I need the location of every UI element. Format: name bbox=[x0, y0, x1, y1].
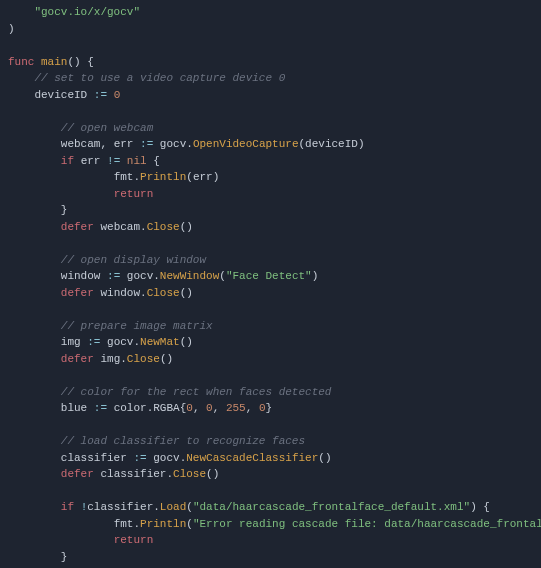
code-block: "gocv.io/x/gocv" ) func main() { // set … bbox=[0, 0, 541, 568]
op-assign2: := bbox=[140, 138, 153, 150]
pkg-fmt: fmt bbox=[114, 171, 134, 183]
pkg-gocv4: gocv bbox=[153, 452, 179, 464]
op-assign6: := bbox=[133, 452, 146, 464]
arg-deviceID: deviceID bbox=[305, 138, 358, 150]
str-errcascade: "Error reading cascade file: data/haarca… bbox=[193, 518, 541, 530]
comment-color-rect: // color for the rect when faces detecte… bbox=[61, 386, 332, 398]
fn-close2: Close bbox=[147, 287, 180, 299]
func-keyword: func bbox=[8, 56, 34, 68]
ident-blue: blue bbox=[61, 402, 87, 414]
ident-img: img bbox=[61, 336, 81, 348]
op-assign3: := bbox=[107, 270, 120, 282]
kw-defer2: defer bbox=[61, 287, 94, 299]
pkg-fmt2: fmt bbox=[114, 518, 134, 530]
fn-load: Load bbox=[160, 501, 186, 513]
fn-newwindow: NewWindow bbox=[160, 270, 219, 282]
fn-newmat: NewMat bbox=[140, 336, 180, 348]
ident-classifier3: classifier bbox=[87, 501, 153, 513]
comment-load-classifier: // load classifier to recognize faces bbox=[61, 435, 305, 447]
op-assign4: := bbox=[87, 336, 100, 348]
fn-newcascade: NewCascadeClassifier bbox=[186, 452, 318, 464]
comment-open-webcam: // open webcam bbox=[61, 122, 153, 134]
ident-webcam2: webcam bbox=[100, 221, 140, 233]
op-assign5: := bbox=[94, 402, 107, 414]
kw-defer: defer bbox=[61, 221, 94, 233]
ident-err2: err bbox=[81, 155, 101, 167]
num-b: 255 bbox=[226, 402, 246, 414]
num-g: 0 bbox=[206, 402, 213, 414]
kw-defer3: defer bbox=[61, 353, 94, 365]
comment-open-window: // open display window bbox=[61, 254, 206, 266]
type-rgba: RGBA bbox=[153, 402, 179, 414]
pkg-color: color bbox=[114, 402, 147, 414]
op-assign: := bbox=[94, 89, 107, 101]
str-xmlpath: "data/haarcascade_frontalface_default.xm… bbox=[193, 501, 470, 513]
ident-deviceID: deviceID bbox=[34, 89, 87, 101]
kw-return: return bbox=[114, 188, 154, 200]
fn-println2: Println bbox=[140, 518, 186, 530]
comment-set-device: // set to use a video capture device 0 bbox=[34, 72, 285, 84]
ident-window2: window bbox=[100, 287, 140, 299]
ident-webcam: webcam bbox=[61, 138, 101, 150]
ident-classifier2: classifier bbox=[100, 468, 166, 480]
kw-if2: if bbox=[61, 501, 74, 513]
num-r: 0 bbox=[186, 402, 193, 414]
nil-lit: nil bbox=[127, 155, 147, 167]
kw-return2: return bbox=[114, 534, 154, 546]
num-zero: 0 bbox=[114, 89, 121, 101]
ident-classifier: classifier bbox=[61, 452, 127, 464]
comment-prepare-img: // prepare image matrix bbox=[61, 320, 213, 332]
fn-close3: Close bbox=[127, 353, 160, 365]
import-string: "gocv.io/x/gocv" bbox=[34, 6, 140, 18]
arg-err: err bbox=[193, 171, 213, 183]
fn-close4: Close bbox=[173, 468, 206, 480]
str-facedetect: "Face Detect" bbox=[226, 270, 312, 282]
pkg-gocv2: gocv bbox=[127, 270, 153, 282]
ident-window: window bbox=[61, 270, 101, 282]
pkg-gocv3: gocv bbox=[107, 336, 133, 348]
ident-img2: img bbox=[100, 353, 120, 365]
main-fn: main bbox=[41, 56, 67, 68]
pkg-gocv: gocv bbox=[160, 138, 186, 150]
fn-openvideocapture: OpenVideoCapture bbox=[193, 138, 299, 150]
fn-close: Close bbox=[147, 221, 180, 233]
num-a: 0 bbox=[259, 402, 266, 414]
ident-err: err bbox=[114, 138, 134, 150]
fn-println: Println bbox=[140, 171, 186, 183]
op-neq: != bbox=[107, 155, 120, 167]
kw-defer4: defer bbox=[61, 468, 94, 480]
kw-if: if bbox=[61, 155, 74, 167]
